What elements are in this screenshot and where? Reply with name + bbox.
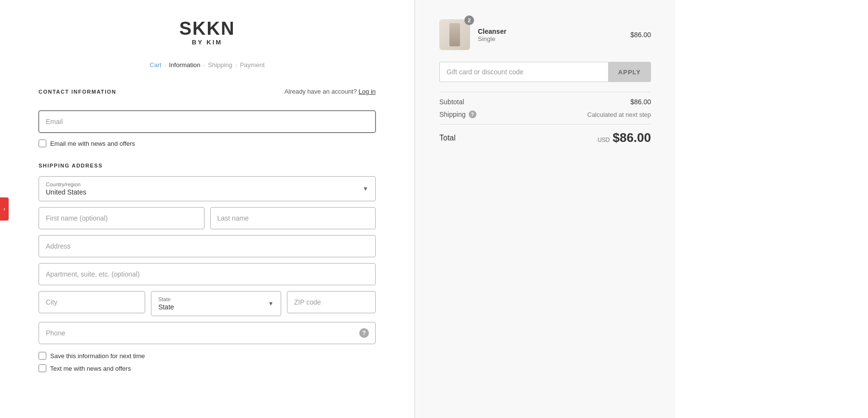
phone-wrap: ? — [39, 322, 376, 344]
city-wrap — [39, 291, 145, 316]
right-panel: 2 Cleanser Single $86.00 APPLY Subtotal … — [415, 0, 675, 418]
logo-sub: BY KIM — [39, 39, 376, 46]
total-currency: USD — [597, 137, 610, 143]
product-price: $86.00 — [630, 31, 651, 39]
logo: SKKN BY KIM — [39, 19, 376, 46]
product-image-inner — [449, 23, 460, 46]
total-row: Total USD $86.00 — [439, 130, 651, 145]
apply-button[interactable]: APPLY — [608, 62, 651, 82]
city-state-zip-row: State State ▼ — [39, 291, 376, 316]
breadcrumb-shipping[interactable]: Shipping — [208, 61, 232, 69]
contact-header: CONTACT INFORMATION Already have an acco… — [39, 88, 376, 103]
discount-input[interactable] — [439, 62, 608, 82]
breadcrumb-information[interactable]: Information — [169, 61, 200, 69]
product-name: Cleanser — [478, 28, 623, 35]
shipping-help-icon[interactable]: ? — [469, 111, 476, 118]
state-label: State — [158, 296, 274, 302]
shipping-title: SHIPPING ADDRESS — [39, 163, 376, 168]
total-label: Total — [439, 134, 456, 142]
subtotal-row: Subtotal $86.00 — [439, 98, 651, 106]
country-chevron-icon: ▼ — [363, 185, 368, 192]
email-input[interactable] — [39, 111, 376, 133]
login-link[interactable]: Log in — [359, 88, 376, 95]
summary-divider-1 — [439, 92, 651, 92]
phone-help-icon[interactable]: ? — [359, 328, 369, 338]
product-image — [439, 19, 470, 50]
side-tab[interactable]: › — [0, 197, 9, 221]
phone-input[interactable] — [39, 322, 376, 344]
product-variant: Single — [478, 35, 623, 42]
breadcrumb-payment[interactable]: Payment — [240, 61, 264, 69]
email-news-label[interactable]: Email me with news and offers — [50, 140, 135, 147]
shipping-calc-value: Calculated at next step — [587, 111, 651, 118]
subtotal-label: Subtotal — [439, 98, 464, 106]
email-field-wrap — [39, 111, 376, 133]
name-row — [39, 207, 376, 229]
last-name-input[interactable] — [210, 207, 376, 229]
total-value-wrap: USD $86.00 — [597, 130, 651, 145]
address-input[interactable] — [39, 235, 376, 257]
shipping-row: Shipping ? Calculated at next step — [439, 111, 651, 118]
save-info-row: Save this information for next time — [39, 352, 376, 360]
email-news-row: Email me with news and offers — [39, 139, 376, 147]
total-divider — [439, 124, 651, 125]
state-value: State — [158, 303, 174, 311]
shipping-address-section: SHIPPING ADDRESS Country/region United S… — [39, 163, 376, 372]
logo-main: SKKN — [39, 19, 376, 38]
text-news-checkbox[interactable] — [39, 364, 46, 372]
state-chevron-icon: ▼ — [268, 300, 274, 307]
apartment-wrap — [39, 263, 376, 285]
address-wrap — [39, 235, 376, 257]
side-tab-arrow-icon: › — [3, 206, 5, 212]
sep3: › — [235, 62, 237, 68]
state-select[interactable]: State State ▼ — [151, 291, 281, 316]
sep1: › — [164, 62, 166, 68]
order-item: 2 Cleanser Single $86.00 — [439, 19, 651, 50]
text-news-label[interactable]: Text me with news and offers — [50, 365, 131, 372]
discount-row: APPLY — [439, 62, 651, 82]
zip-input[interactable] — [287, 291, 376, 313]
text-news-row: Text me with news and offers — [39, 364, 376, 372]
first-name-input[interactable] — [39, 207, 204, 229]
country-value: United States — [46, 188, 86, 196]
apartment-input[interactable] — [39, 263, 376, 285]
product-image-wrap: 2 — [439, 19, 470, 50]
email-news-checkbox[interactable] — [39, 139, 46, 147]
sep2: › — [203, 62, 205, 68]
total-amount: $86.00 — [612, 130, 651, 145]
save-info-checkbox[interactable] — [39, 352, 46, 360]
subtotal-value: $86.00 — [630, 98, 651, 106]
contact-title: CONTACT INFORMATION — [39, 89, 116, 95]
already-account-text: Already have an account? Log in — [285, 88, 376, 95]
product-info: Cleanser Single — [478, 28, 623, 42]
breadcrumb: Cart › Information › Shipping › Payment — [39, 61, 376, 69]
zip-wrap — [287, 291, 376, 316]
country-label: Country/region — [46, 181, 368, 187]
save-info-label[interactable]: Save this information for next time — [50, 352, 145, 360]
login-prompt: Already have an account? Log in — [285, 88, 376, 95]
product-badge: 2 — [464, 15, 474, 25]
country-select[interactable]: Country/region United States ▼ — [39, 176, 376, 201]
breadcrumb-cart[interactable]: Cart — [149, 61, 162, 69]
shipping-label: Shipping ? — [439, 111, 476, 118]
left-panel: SKKN BY KIM Cart › Information › Shippin… — [0, 0, 415, 418]
city-input[interactable] — [39, 291, 145, 313]
